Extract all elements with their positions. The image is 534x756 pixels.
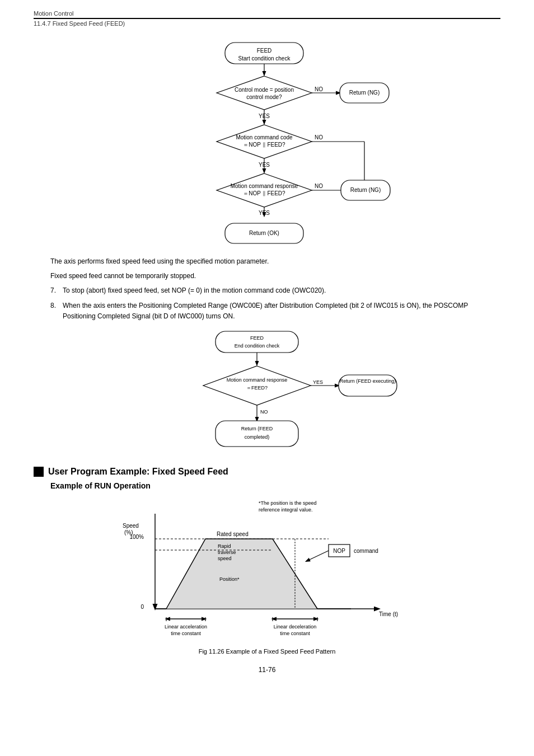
- chart-svg: *The position is the speed reference int…: [110, 497, 424, 642]
- svg-text:completed): completed): [245, 434, 270, 440]
- svg-text:End condition check: End condition check: [235, 343, 280, 349]
- svg-text:Motion command code: Motion command code: [236, 134, 293, 140]
- svg-text:time constant: time constant: [280, 631, 310, 636]
- svg-text:＝NOP ‖ FEED?: ＝NOP ‖ FEED?: [243, 142, 285, 148]
- svg-text:YES: YES: [313, 379, 323, 385]
- svg-text:Rapid: Rapid: [218, 543, 231, 549]
- page-number: 11-76: [34, 666, 500, 674]
- sub-heading: Example of RUN Operation: [50, 481, 500, 490]
- header-top: Motion Control: [34, 10, 500, 19]
- svg-text:Position*: Position*: [219, 576, 240, 582]
- svg-text:traverse: traverse: [218, 550, 236, 555]
- fig-caption: Fig 11.26 Example of a Fixed Speed Feed …: [34, 648, 500, 655]
- svg-text:Speed: Speed: [123, 523, 139, 529]
- svg-text:Start condition check: Start condition check: [238, 55, 291, 62]
- svg-text:Motion command response: Motion command response: [227, 377, 288, 383]
- svg-text:speed: speed: [218, 556, 232, 561]
- header-sub: 11.4.7 Fixed Speed Feed (FEED): [34, 20, 500, 27]
- list-text-7: To stop (abort) fixed speed feed, set NO…: [63, 285, 326, 296]
- svg-rect-32: [216, 331, 298, 353]
- svg-text:＝FEED?: ＝FEED?: [246, 385, 268, 391]
- svg-text:Control mode = position: Control mode = position: [235, 87, 294, 93]
- list-item-8: 8. When the axis enters the Positioning …: [50, 300, 500, 322]
- flowchart1-container: FEED Start condition check Control mode …: [34, 37, 500, 222]
- svg-text:Linear deceleration: Linear deceleration: [274, 624, 317, 630]
- list-num-7: 7.: [50, 285, 63, 296]
- svg-rect-45: [216, 421, 298, 447]
- svg-text:Rated speed: Rated speed: [217, 531, 249, 537]
- para1: The axis performs fixed speed feed using…: [50, 256, 500, 266]
- svg-text:Motion command response: Motion command response: [231, 183, 298, 189]
- flowchart2-container: FEED End condition check Motion command …: [34, 327, 500, 456]
- list-item-7: 7. To stop (abort) fixed speed feed, set…: [50, 285, 500, 296]
- svg-text:Return (NG): Return (NG): [350, 187, 381, 193]
- svg-marker-4: [217, 76, 312, 110]
- svg-text:Return (OK): Return (OK): [249, 230, 279, 236]
- svg-text:control mode?: control mode?: [246, 94, 282, 100]
- section-heading-text: User Program Example: Fixed Speed Feed: [48, 467, 228, 477]
- svg-text:time constant: time constant: [171, 631, 201, 636]
- svg-text:FEED: FEED: [250, 335, 264, 341]
- page: Motion Control 11.4.7 Fixed Speed Feed (…: [0, 0, 534, 756]
- flowchart1-svg: FEED Start condition check Control mode …: [138, 37, 396, 222]
- flowchart2-svg: FEED End condition check Motion command …: [133, 327, 401, 456]
- svg-text:Time (t): Time (t): [379, 611, 398, 617]
- return-ok-row: Return (OK): [34, 220, 500, 248]
- svg-text:*The position is the speed: *The position is the speed: [259, 500, 317, 506]
- svg-text:NO: NO: [260, 409, 268, 415]
- chart-container: *The position is the speed reference int…: [34, 497, 500, 642]
- list-text-8: When the axis enters the Positioning Com…: [63, 300, 500, 322]
- svg-text:reference integral value.: reference integral value.: [259, 507, 313, 513]
- svg-text:NOP: NOP: [333, 548, 345, 554]
- svg-text:0: 0: [140, 604, 144, 610]
- svg-text:Return (FEED executing): Return (FEED executing): [340, 378, 396, 384]
- return-ok-svg: Return (OK): [138, 220, 396, 248]
- svg-text:Return (NG): Return (NG): [349, 90, 380, 96]
- svg-text:100%: 100%: [129, 534, 144, 540]
- list-items: 7. To stop (abort) fixed speed feed, set…: [50, 285, 500, 322]
- svg-text:NO: NO: [315, 86, 323, 92]
- black-square-icon: [34, 467, 44, 477]
- svg-text:Return (FEED: Return (FEED: [241, 426, 273, 431]
- para2: Fixed speed feed cannot be temporarily s…: [50, 271, 500, 281]
- svg-text:Linear acceleration: Linear acceleration: [165, 624, 207, 630]
- svg-line-70: [306, 551, 329, 561]
- svg-text:＝NOP ‖ FEED?: ＝NOP ‖ FEED?: [243, 190, 285, 196]
- section-heading: User Program Example: Fixed Speed Feed: [34, 467, 500, 477]
- svg-text:NO: NO: [315, 134, 323, 140]
- svg-text:FEED: FEED: [257, 48, 272, 54]
- svg-text:NO: NO: [315, 183, 323, 189]
- svg-text:command: command: [354, 548, 378, 554]
- list-num-8: 8.: [50, 300, 63, 322]
